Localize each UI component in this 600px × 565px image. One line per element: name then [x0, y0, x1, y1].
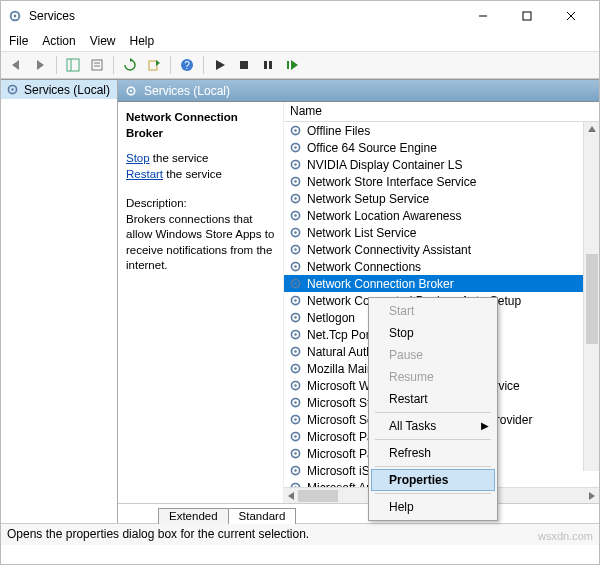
- right-pane: Services (Local) Network Connection Brok…: [118, 80, 599, 523]
- service-row[interactable]: Network Store Interface Service: [284, 173, 599, 190]
- svg-marker-6: [12, 60, 19, 70]
- menu-action[interactable]: Action: [42, 34, 75, 48]
- gear-icon: [288, 174, 303, 189]
- service-name: Network List Service: [307, 226, 416, 240]
- svg-point-37: [294, 197, 296, 199]
- gear-icon: [288, 191, 303, 206]
- svg-point-59: [294, 384, 296, 386]
- close-button[interactable]: [549, 1, 593, 31]
- gear-icon: [288, 361, 303, 376]
- export-button[interactable]: [143, 54, 165, 76]
- titlebar: Services: [1, 1, 599, 31]
- description-text: Brokers connections that allow Windows S…: [126, 212, 275, 274]
- stop-service-line: Stop the service: [126, 151, 275, 167]
- ctx-separator: [375, 466, 491, 467]
- svg-point-35: [294, 180, 296, 182]
- gear-icon: [288, 480, 303, 487]
- pause-service-button[interactable]: [257, 54, 279, 76]
- svg-point-49: [294, 299, 296, 301]
- restart-service-button[interactable]: [281, 54, 303, 76]
- service-row[interactable]: Network List Service: [284, 224, 599, 241]
- service-name: Network Connections: [307, 260, 421, 274]
- scroll-up-icon: [587, 124, 597, 134]
- svg-point-39: [294, 214, 296, 216]
- service-row[interactable]: Network Location Awareness: [284, 207, 599, 224]
- menu-view[interactable]: View: [90, 34, 116, 48]
- gear-icon: [288, 157, 303, 172]
- help-button[interactable]: ?: [176, 54, 198, 76]
- service-row[interactable]: NVIDIA Display Container LS: [284, 156, 599, 173]
- svg-point-27: [130, 89, 132, 91]
- svg-point-53: [294, 333, 296, 335]
- ctx-all-tasks[interactable]: All Tasks ▶: [371, 415, 495, 437]
- service-row[interactable]: Offline Files: [284, 122, 599, 139]
- ctx-restart[interactable]: Restart: [371, 388, 495, 410]
- svg-point-67: [294, 452, 296, 454]
- svg-rect-19: [240, 61, 248, 69]
- svg-marker-76: [589, 492, 595, 500]
- menu-help[interactable]: Help: [130, 34, 155, 48]
- service-name: Network Store Interface Service: [307, 175, 476, 189]
- menubar: File Action View Help: [1, 31, 599, 51]
- gear-icon: [288, 429, 303, 444]
- gear-icon: [288, 378, 303, 393]
- gear-icon: [288, 123, 303, 138]
- svg-rect-14: [149, 61, 157, 70]
- service-name: Network Location Awareness: [307, 209, 462, 223]
- ctx-stop[interactable]: Stop: [371, 322, 495, 344]
- svg-point-45: [294, 265, 296, 267]
- service-row[interactable]: Office 64 Source Engine: [284, 139, 599, 156]
- client-area: Services (Local) Services (Local) Networ…: [1, 79, 599, 523]
- view-tabs: Extended Standard: [118, 503, 599, 523]
- forward-button[interactable]: [29, 54, 51, 76]
- tree-root[interactable]: Services (Local): [1, 80, 117, 99]
- vertical-scrollbar[interactable]: [583, 122, 599, 471]
- ctx-help[interactable]: Help: [371, 496, 495, 518]
- ctx-refresh[interactable]: Refresh: [371, 442, 495, 464]
- horizontal-scroll-thumb[interactable]: [298, 490, 338, 502]
- minimize-button[interactable]: [461, 1, 505, 31]
- service-row[interactable]: Network Connection Broker: [284, 275, 599, 292]
- column-header-name[interactable]: Name: [284, 102, 599, 122]
- gear-icon: [288, 395, 303, 410]
- context-menu: Start Stop Pause Resume Restart All Task…: [368, 297, 498, 521]
- svg-rect-8: [67, 59, 79, 71]
- menu-file[interactable]: File: [9, 34, 28, 48]
- back-button[interactable]: [5, 54, 27, 76]
- gear-icon: [288, 463, 303, 478]
- vertical-scroll-thumb[interactable]: [586, 254, 598, 344]
- service-row[interactable]: Network Setup Service: [284, 190, 599, 207]
- tree-root-label: Services (Local): [24, 83, 110, 97]
- stop-service-link[interactable]: Stop: [126, 152, 150, 164]
- svg-rect-22: [287, 61, 289, 69]
- header-label: Services (Local): [144, 84, 230, 98]
- selected-service-name: Network Connection Broker: [126, 110, 275, 141]
- svg-rect-21: [269, 61, 272, 69]
- svg-marker-7: [37, 60, 44, 70]
- ctx-start: Start: [371, 300, 495, 322]
- gear-icon: [288, 276, 303, 291]
- start-service-button[interactable]: [209, 54, 231, 76]
- ctx-pause: Pause: [371, 344, 495, 366]
- service-row[interactable]: Network Connections: [284, 258, 599, 275]
- show-hide-tree-button[interactable]: [62, 54, 84, 76]
- svg-point-47: [294, 282, 296, 284]
- maximize-button[interactable]: [505, 1, 549, 31]
- svg-marker-18: [216, 60, 225, 70]
- gear-icon: [288, 208, 303, 223]
- stop-service-button[interactable]: [233, 54, 255, 76]
- ctx-separator: [375, 493, 491, 494]
- svg-rect-20: [264, 61, 267, 69]
- service-row[interactable]: Network Connectivity Assistant: [284, 241, 599, 258]
- refresh-button[interactable]: [119, 54, 141, 76]
- tab-standard[interactable]: Standard: [228, 508, 297, 524]
- tab-extended[interactable]: Extended: [158, 508, 229, 524]
- ctx-properties[interactable]: Properties: [371, 469, 495, 491]
- svg-point-65: [294, 435, 296, 437]
- properties-button[interactable]: [86, 54, 108, 76]
- tree-pane: Services (Local): [1, 80, 118, 523]
- restart-service-line: Restart the service: [126, 167, 275, 183]
- restart-service-link[interactable]: Restart: [126, 168, 163, 180]
- gear-icon: [288, 259, 303, 274]
- svg-point-31: [294, 146, 296, 148]
